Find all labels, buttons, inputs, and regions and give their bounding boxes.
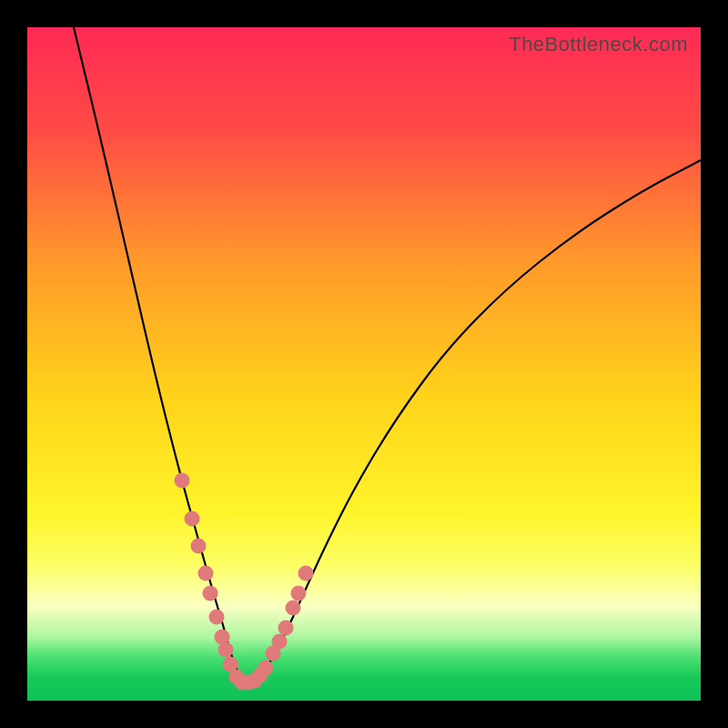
highlight-dot (286, 601, 301, 616)
highlight-dot (203, 586, 218, 602)
highlight-dot (191, 539, 207, 554)
background-gradient (27, 27, 701, 701)
highlight-dot (218, 642, 234, 658)
highlight-dot (209, 610, 225, 625)
highlight-dot (198, 566, 214, 581)
highlight-dot (272, 634, 288, 650)
plot-svg (27, 27, 701, 701)
highlight-dot (298, 566, 314, 581)
highlight-dot (258, 661, 274, 676)
watermark-text: TheBottleneck.com (509, 33, 688, 56)
highlight-dot (185, 511, 200, 527)
highlight-dot (278, 621, 294, 636)
highlight-dot (291, 586, 307, 602)
plot-frame: TheBottleneck.com (27, 27, 701, 701)
highlight-dot (175, 473, 190, 489)
